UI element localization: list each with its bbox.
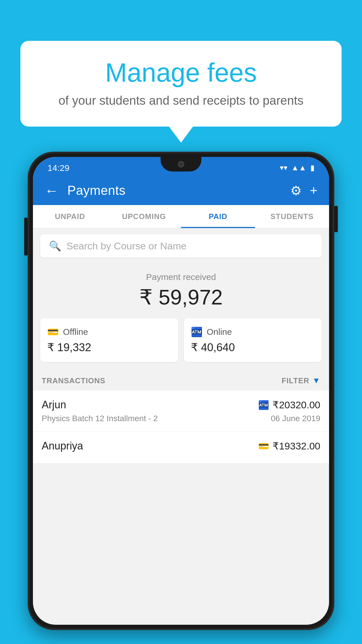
- filter-icon: ▼: [312, 376, 320, 385]
- tab-upcoming[interactable]: UPCOMING: [107, 205, 181, 228]
- search-icon: 🔍: [49, 240, 61, 252]
- plus-icon[interactable]: +: [310, 183, 317, 198]
- phone-container: 14:29 ▾▾ ▲▲ ▮ ← Payments ⚙ + UNPAID: [28, 152, 334, 644]
- tabs: UNPAID UPCOMING PAID STUDENTS: [33, 205, 329, 228]
- transaction-amount-row: 🏧 ₹20320.00: [258, 399, 320, 411]
- online-type-label: Online: [207, 327, 232, 337]
- bubble-subtitle: of your students and send receipts to pa…: [44, 94, 318, 108]
- offline-card: 💳 Offline ₹ 19,332: [40, 318, 178, 362]
- transaction-row1: Arjun 🏧 ₹20320.00: [42, 399, 320, 411]
- status-icons: ▾▾ ▲▲ ▮: [280, 163, 314, 172]
- transaction-name: Arjun: [42, 399, 66, 411]
- status-time: 14:29: [48, 163, 69, 173]
- payment-received-label: Payment received: [40, 272, 322, 282]
- top-bar: ← Payments ⚙ +: [33, 176, 329, 205]
- search-placeholder: Search by Course or Name: [66, 240, 187, 252]
- online-card-header: 🏧 Online: [191, 326, 315, 337]
- back-button[interactable]: ←: [45, 183, 59, 199]
- transaction-row2: Physics Batch 12 Installment - 2 06 June…: [42, 414, 320, 423]
- payment-cards: 💳 Offline ₹ 19,332 🏧 Online ₹ 40,640: [33, 318, 329, 371]
- offline-card-header: 💳 Offline: [47, 326, 171, 337]
- search-bar[interactable]: 🔍 Search by Course or Name: [40, 234, 322, 258]
- transactions-label: TRANSACTIONS: [42, 376, 106, 385]
- battery-icon: ▮: [310, 163, 314, 172]
- offline-type-label: Offline: [63, 327, 88, 337]
- filter-button[interactable]: FILTER ▼: [282, 376, 320, 385]
- transaction-item[interactable]: Anupriya 💳 ₹19332.00: [33, 432, 329, 463]
- offline-pay-icon: 💳: [258, 441, 269, 451]
- wifi-icon: ▾▾: [280, 163, 287, 172]
- speech-bubble-container: Manage fees of your students and send re…: [20, 41, 342, 127]
- signal-icon: ▲▲: [291, 163, 306, 172]
- tab-students[interactable]: STUDENTS: [255, 205, 329, 228]
- transaction-item[interactable]: Arjun 🏧 ₹20320.00 Physics Batch 12 Insta…: [33, 391, 329, 432]
- online-card: 🏧 Online ₹ 40,640: [184, 318, 322, 362]
- transaction-course: Physics Batch 12 Installment - 2: [42, 414, 158, 423]
- phone-body: 14:29 ▾▾ ▲▲ ▮ ← Payments ⚙ + UNPAID: [28, 152, 334, 630]
- gear-icon[interactable]: ⚙: [290, 183, 302, 198]
- transaction-name: Anupriya: [42, 440, 83, 452]
- online-amount: ₹ 40,640: [191, 341, 315, 354]
- bubble-title: Manage fees: [44, 58, 318, 87]
- filter-label: FILTER: [282, 376, 309, 385]
- speech-bubble: Manage fees of your students and send re…: [20, 41, 342, 127]
- offline-icon: 💳: [47, 326, 59, 337]
- transaction-date: 06 June 2019: [271, 414, 320, 423]
- transactions-header: TRANSACTIONS FILTER ▼: [33, 371, 329, 391]
- top-actions: ⚙ +: [290, 183, 317, 198]
- online-icon: 🏧: [191, 326, 203, 337]
- transaction-amount-row: 💳 ₹19332.00: [258, 440, 320, 452]
- transaction-row1: Anupriya 💳 ₹19332.00: [42, 440, 320, 452]
- phone-notch: [161, 157, 201, 172]
- page-title: Payments: [67, 183, 282, 198]
- online-pay-icon: 🏧: [258, 400, 269, 410]
- payment-total-amount: ₹ 59,972: [40, 285, 322, 309]
- tab-unpaid[interactable]: UNPAID: [33, 205, 107, 228]
- payment-summary: Payment received ₹ 59,972: [33, 260, 329, 318]
- phone-screen: 14:29 ▾▾ ▲▲ ▮ ← Payments ⚙ + UNPAID: [33, 157, 329, 625]
- transaction-amount: ₹20320.00: [273, 399, 320, 411]
- tab-paid[interactable]: PAID: [181, 205, 255, 228]
- offline-amount: ₹ 19,332: [47, 341, 171, 354]
- notch-camera: [178, 161, 184, 167]
- transaction-amount: ₹19332.00: [273, 440, 320, 452]
